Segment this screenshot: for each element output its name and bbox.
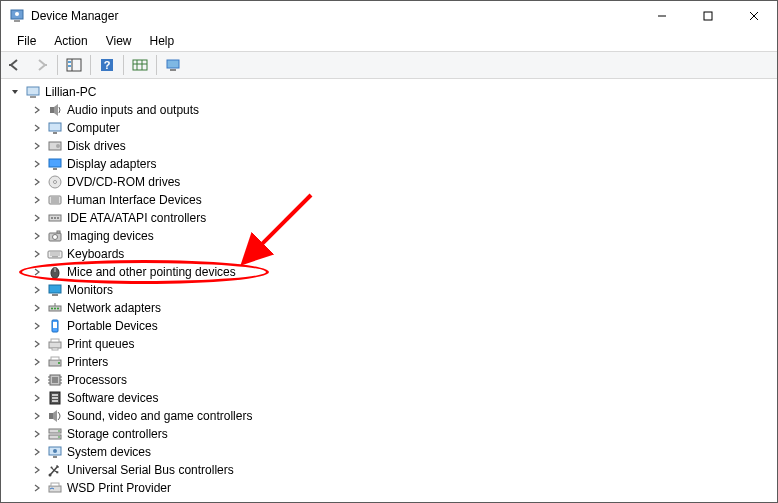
svg-rect-60 <box>51 357 59 360</box>
tree-category-row[interactable]: Storage controllers <box>3 425 777 443</box>
tree-category-label: System devices <box>67 445 151 459</box>
chevron-right-icon[interactable] <box>31 392 43 404</box>
chevron-right-icon[interactable] <box>31 482 43 494</box>
tree-category-label: Human Interface Devices <box>67 193 202 207</box>
tree-root-label: Lillian-PC <box>45 85 96 99</box>
tree-category-label: Software devices <box>67 391 158 405</box>
ide-icon <box>47 210 63 226</box>
tree-category-row[interactable]: Sound, video and game controllers <box>3 407 777 425</box>
tree-category-label: Display adapters <box>67 157 156 171</box>
tree-category-row[interactable]: Human Interface Devices <box>3 191 777 209</box>
tree-category-row[interactable]: Keyboards <box>3 245 777 263</box>
svg-rect-73 <box>52 400 58 402</box>
chevron-right-icon[interactable] <box>31 302 43 314</box>
help-button[interactable]: ? <box>95 53 119 77</box>
tree-category-row[interactable]: Printers <box>3 353 777 371</box>
menu-file[interactable]: File <box>9 32 44 50</box>
tree-category-row[interactable]: Audio inputs and outputs <box>3 101 777 119</box>
cpu-icon <box>47 372 63 388</box>
chevron-right-icon[interactable] <box>31 356 43 368</box>
tree-category-row[interactable]: Portable Devices <box>3 317 777 335</box>
chevron-right-icon[interactable] <box>31 194 43 206</box>
chevron-right-icon[interactable] <box>31 374 43 386</box>
svg-rect-10 <box>68 65 71 67</box>
chevron-down-icon[interactable] <box>9 86 21 98</box>
tree-category-label: Keyboards <box>67 247 124 261</box>
chevron-right-icon[interactable] <box>31 428 43 440</box>
forward-button[interactable] <box>29 53 53 77</box>
svg-rect-48 <box>52 294 58 296</box>
tree-category-row[interactable]: Mice and other pointing devices <box>3 263 777 281</box>
svg-rect-88 <box>49 486 61 492</box>
tree-category-row[interactable]: WSD Print Provider <box>3 479 777 497</box>
tree-category-row[interactable]: Monitors <box>3 281 777 299</box>
tree-category-row[interactable]: Display adapters <box>3 155 777 173</box>
chevron-right-icon[interactable] <box>31 104 43 116</box>
close-button[interactable] <box>731 1 777 31</box>
tree-category-row[interactable]: Processors <box>3 371 777 389</box>
tree-category-row[interactable]: Network adapters <box>3 299 777 317</box>
chevron-right-icon[interactable] <box>31 176 43 188</box>
tree-category-row[interactable]: Computer <box>3 119 777 137</box>
svg-point-39 <box>53 235 58 240</box>
chevron-right-icon[interactable] <box>31 338 43 350</box>
tree-category-row[interactable]: System devices <box>3 443 777 461</box>
svg-rect-55 <box>53 322 57 328</box>
svg-text:?: ? <box>104 59 111 71</box>
svg-point-61 <box>58 362 60 364</box>
menu-help[interactable]: Help <box>142 32 183 50</box>
keyboard-icon <box>47 246 63 262</box>
sound-icon <box>47 408 63 424</box>
device-tree[interactable]: Lillian-PC Audio inputs and outputsCompu… <box>1 79 777 502</box>
chevron-right-icon[interactable] <box>31 248 43 260</box>
window-title: Device Manager <box>31 9 639 23</box>
maximize-button[interactable] <box>685 1 731 31</box>
system-icon <box>47 444 63 460</box>
tree-category-row[interactable]: IDE ATA/ATAPI controllers <box>3 209 777 227</box>
menu-view[interactable]: View <box>98 32 140 50</box>
disk-icon <box>47 138 63 154</box>
chevron-right-icon[interactable] <box>31 266 43 278</box>
tree-category-label: Monitors <box>67 283 113 297</box>
display-icon <box>47 156 63 172</box>
chevron-right-icon[interactable] <box>31 464 43 476</box>
svg-rect-1 <box>14 20 20 22</box>
svg-rect-19 <box>27 87 39 95</box>
chevron-right-icon[interactable] <box>31 212 43 224</box>
svg-rect-40 <box>57 231 60 233</box>
toolbar: ? <box>1 51 777 79</box>
scan-hardware-button[interactable] <box>128 53 152 77</box>
minimize-button[interactable] <box>639 1 685 31</box>
tree-category-row[interactable]: Disk drives <box>3 137 777 155</box>
tree-root-row[interactable]: Lillian-PC <box>3 83 777 101</box>
tree-category-label: Computer <box>67 121 120 135</box>
tree-category-row[interactable]: DVD/CD-ROM drives <box>3 173 777 191</box>
toolbar-separator <box>57 55 58 75</box>
tree-category-row[interactable]: Universal Serial Bus controllers <box>3 461 777 479</box>
tree-category-label: Portable Devices <box>67 319 158 333</box>
toolbar-separator <box>123 55 124 75</box>
back-button[interactable] <box>3 53 27 77</box>
tree-category-label: Imaging devices <box>67 229 154 243</box>
cd-icon <box>47 174 63 190</box>
svg-point-2 <box>15 12 19 16</box>
show-hide-console-tree-button[interactable] <box>62 53 86 77</box>
tree-category-row[interactable]: Imaging devices <box>3 227 777 245</box>
tree-category-row[interactable]: Print queues <box>3 335 777 353</box>
chevron-right-icon[interactable] <box>31 230 43 242</box>
svg-rect-4 <box>704 12 712 20</box>
chevron-right-icon[interactable] <box>31 122 43 134</box>
chevron-right-icon[interactable] <box>31 140 43 152</box>
chevron-right-icon[interactable] <box>31 284 43 296</box>
chevron-right-icon[interactable] <box>31 158 43 170</box>
properties-button[interactable] <box>161 53 185 77</box>
svg-point-51 <box>54 308 56 310</box>
chevron-right-icon[interactable] <box>31 410 43 422</box>
wsd-icon <box>47 480 63 496</box>
tree-category-row[interactable]: Software devices <box>3 389 777 407</box>
svg-rect-56 <box>49 342 61 348</box>
menu-action[interactable]: Action <box>46 32 95 50</box>
chevron-right-icon[interactable] <box>31 320 43 332</box>
chevron-right-icon[interactable] <box>31 446 43 458</box>
titlebar: Device Manager <box>1 1 777 31</box>
